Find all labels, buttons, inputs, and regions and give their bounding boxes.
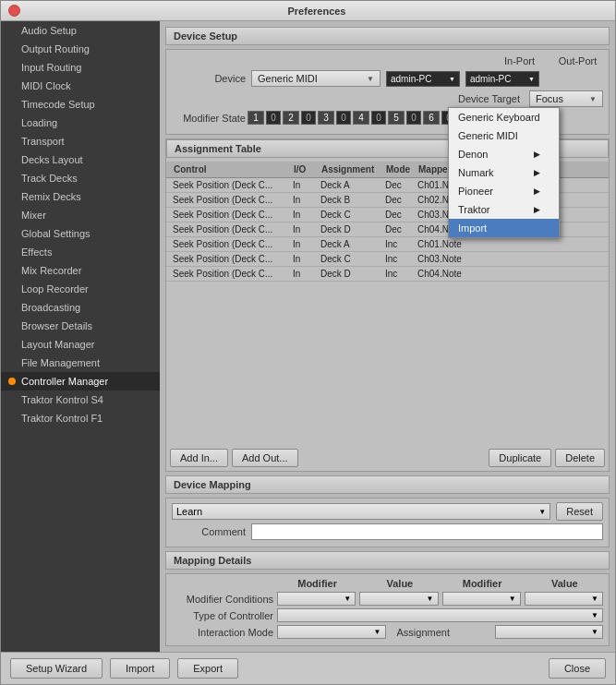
duplicate-button[interactable]: Duplicate [489, 449, 551, 467]
assignment-select[interactable]: ▼ [495, 625, 604, 639]
sidebar-item-mixer[interactable]: Mixer [1, 206, 160, 224]
sidebar: Audio SetupOutput RoutingInput RoutingMI… [1, 21, 160, 652]
sidebar-item-traktor-kontrol-s4[interactable]: Traktor Kontrol S4 [1, 391, 160, 409]
window-title: Preferences [26, 6, 608, 17]
mapping-details-header: Mapping Details [165, 551, 610, 570]
device-target-label: Device Target [458, 93, 520, 104]
sidebar-item-loop-recorder[interactable]: Loop Recorder [1, 280, 160, 298]
pioneer-submenu-arrow: ▶ [534, 186, 540, 196]
out-port-select[interactable]: admin-PC ▼ [465, 71, 539, 87]
port-headers: In-Port Out-Port [494, 55, 603, 66]
comment-label: Comment [172, 526, 246, 537]
assign-arrow: ▼ [591, 628, 598, 636]
numark-submenu-arrow: ▶ [534, 168, 540, 177]
mod5-val[interactable]: 0 [406, 111, 421, 125]
comment-row: Comment [172, 523, 603, 540]
toc-arrow: ▼ [591, 611, 598, 619]
sidebar-item-loading[interactable]: Loading [1, 114, 160, 132]
device-select-row: Device Generic MIDI ▼ admin-PC ▼ admin-P… [172, 70, 603, 87]
mod-cond-select2[interactable]: ▼ [359, 592, 438, 606]
table-row[interactable]: Seek Position (Deck C... In Deck A Inc C… [166, 237, 609, 252]
im-arrow: ▼ [374, 628, 381, 636]
sidebar-item-audio-setup[interactable]: Audio Setup [1, 21, 160, 40]
reset-button[interactable]: Reset [556, 502, 603, 521]
table-row[interactable]: Seek Position (Deck C... In Deck C Inc C… [166, 252, 609, 267]
preferences-window: Preferences Audio SetupOutput RoutingInp… [0, 0, 616, 685]
interaction-mode-select[interactable]: ▼ [277, 625, 386, 639]
sidebar-item-global-settings[interactable]: Global Settings [1, 224, 160, 243]
col-assignment-header: Assignment [318, 163, 382, 175]
mod4: 4 [353, 111, 369, 125]
dropdown-item-pioneer[interactable]: Pioneer ▶ [449, 182, 559, 200]
mod2-val[interactable]: 0 [301, 111, 316, 125]
denon-submenu-arrow: ▶ [534, 150, 540, 159]
sidebar-item-file-management[interactable]: File Management [1, 354, 160, 372]
sidebar-item-layout-manager[interactable]: Layout Manager [1, 335, 160, 354]
right-content: Device Setup In-Port Out-Port Device Gen… [160, 21, 615, 652]
type-of-controller-label: Type of Controller [172, 610, 273, 621]
dropdown-item-traktor[interactable]: Traktor ▶ [449, 200, 559, 219]
device-target-select[interactable]: Focus ▼ [529, 90, 603, 107]
sidebar-item-input-routing[interactable]: Input Routing [1, 58, 160, 77]
traktor-submenu-arrow: ▶ [534, 205, 540, 214]
sidebar-item-timecode-setup[interactable]: Timecode Setup [1, 95, 160, 114]
import-button[interactable]: Import [110, 658, 170, 679]
mc-arrow2: ▼ [427, 595, 434, 603]
titlebar: Preferences [1, 1, 615, 21]
comment-input[interactable] [251, 523, 603, 540]
mod-cond-select3[interactable]: ▼ [442, 592, 521, 606]
device-target-arrow: ▼ [589, 95, 597, 103]
sidebar-item-track-decks[interactable]: Track Decks [1, 169, 160, 187]
value2-col-header: Value [526, 578, 603, 589]
delete-button[interactable]: Delete [555, 449, 605, 467]
mod1: 1 [248, 111, 264, 125]
sidebar-item-effects[interactable]: Effects [1, 243, 160, 261]
in-port-select[interactable]: admin-PC ▼ [386, 71, 460, 87]
sidebar-item-remix-decks[interactable]: Remix Decks [1, 187, 160, 206]
dropdown-overlay: Generic Keyboard Generic MIDI Denon ▶ Nu… [448, 107, 560, 238]
sidebar-item-decks-layout[interactable]: Decks Layout [1, 150, 160, 169]
close-button[interactable]: Close [549, 658, 606, 679]
device-select[interactable]: Generic MIDI ▼ [251, 70, 380, 87]
out-port-header: Out-Port [552, 55, 603, 66]
mod1-val[interactable]: 0 [266, 111, 281, 125]
main-content: Audio SetupOutput RoutingInput RoutingMI… [1, 21, 615, 652]
sidebar-item-broadcasting[interactable]: Broadcasting [1, 298, 160, 317]
dropdown-item-denon[interactable]: Denon ▶ [449, 145, 559, 163]
sidebar-item-output-routing[interactable]: Output Routing [1, 40, 160, 58]
add-in-button[interactable]: Add In... [170, 449, 228, 467]
mc-arrow1: ▼ [344, 595, 351, 603]
col-mode-header: Mode [382, 163, 415, 175]
dropdown-item-numark[interactable]: Numark ▶ [449, 163, 559, 182]
sidebar-item-midi-clock[interactable]: MIDI Clock [1, 77, 160, 95]
sidebar-item-controller-manager[interactable]: Controller Manager [1, 372, 160, 391]
mod-cond-select1[interactable]: ▼ [277, 592, 356, 606]
mod3-val[interactable]: 0 [336, 111, 351, 125]
interaction-mode-row: Interaction Mode ▼ Assignment ▼ [172, 625, 603, 639]
setup-wizard-button[interactable]: Setup Wizard [10, 658, 103, 679]
mod2: 2 [283, 111, 299, 125]
modifier-state-label: Modifier State [172, 113, 246, 124]
sidebar-item-transport[interactable]: Transport [1, 132, 160, 150]
device-mapping-header: Device Mapping [165, 475, 610, 494]
dropdown-item-generic-midi[interactable]: Generic MIDI [449, 126, 559, 145]
dropdown-item-generic-keyboard[interactable]: Generic Keyboard [449, 108, 559, 126]
export-button[interactable]: Export [177, 658, 238, 679]
mod6: 6 [423, 111, 440, 125]
table-row[interactable]: Seek Position (Deck C... In Deck D Inc C… [166, 267, 609, 282]
type-of-controller-select[interactable]: ▼ [277, 608, 603, 622]
col-io-header: I/O [290, 163, 318, 175]
mod4-val[interactable]: 0 [371, 111, 386, 125]
mc-arrow4: ▼ [591, 595, 598, 603]
sidebar-item-mix-recorder[interactable]: Mix Recorder [1, 261, 160, 280]
device-label: Device [172, 73, 246, 84]
sidebar-item-traktor-kontrol-f1[interactable]: Traktor Kontrol F1 [1, 409, 160, 427]
add-out-button[interactable]: Add Out... [232, 449, 298, 467]
learn-select[interactable]: Learn ▼ [172, 503, 550, 520]
close-button[interactable] [8, 5, 20, 17]
md-header: Modifier Value Modifier Value [172, 578, 603, 589]
mod-cond-select4[interactable]: ▼ [525, 592, 603, 606]
mod5: 5 [388, 111, 405, 125]
sidebar-item-browser-details[interactable]: Browser Details [1, 317, 160, 335]
dropdown-item-import[interactable]: Import [449, 219, 559, 237]
